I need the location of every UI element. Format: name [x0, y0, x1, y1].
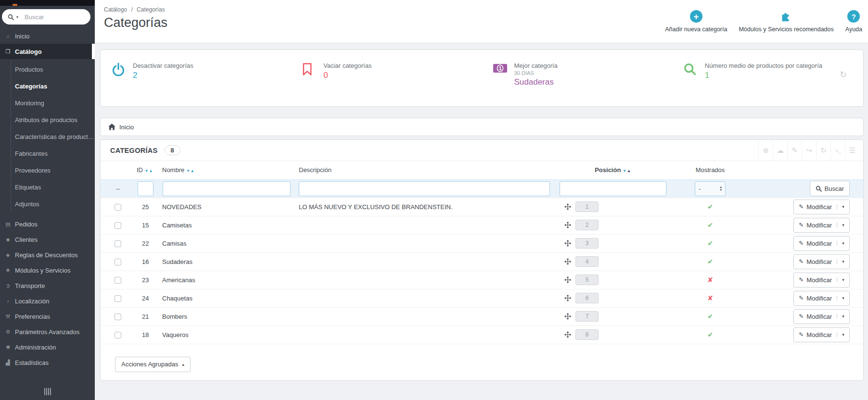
sidebar-item-adjuntos[interactable]: Adjuntos — [0, 196, 95, 212]
row-checkbox[interactable] — [115, 204, 121, 211]
search-placeholder[interactable]: Buscar — [25, 13, 44, 21]
filter-search-button[interactable]: Buscar — [810, 181, 850, 196]
filter-shown-select[interactable]: - ▴▾ — [695, 181, 726, 196]
move-icon[interactable] — [564, 222, 571, 228]
sidebar-item-localizacion[interactable]: ♁ Localización — [0, 293, 95, 309]
position-badge[interactable]: 4 — [575, 256, 599, 267]
shown-status-icon[interactable]: ✔ — [707, 312, 713, 320]
move-icon[interactable] — [564, 258, 571, 265]
sidebar-collapse-handle[interactable] — [44, 388, 51, 395]
modify-button[interactable]: ✎Modificar — [794, 295, 837, 302]
export-icon[interactable]: ↪ — [802, 140, 816, 161]
move-icon[interactable] — [564, 295, 571, 301]
sidebar-search[interactable]: ▾ Buscar — [2, 9, 90, 25]
categories-table: ID ▼▲ Nombre ▼▲ Descripción Posición ▼▲ … — [101, 161, 863, 344]
sidebar-item-etiquetas[interactable]: Etiquetas — [0, 179, 95, 196]
sidebar-item-atributos[interactable]: Atributos de productos — [0, 112, 95, 128]
sidebar-item-fabricantes[interactable]: Fabricantes — [0, 145, 95, 162]
breadcrumb-parent[interactable]: Catálogo — [104, 6, 127, 13]
sidebar-item-reglas-descuentos[interactable]: ◈ Reglas de Descuentos — [0, 247, 95, 262]
modify-button[interactable]: ✎Modificar — [794, 331, 837, 338]
position-badge[interactable]: 5 — [575, 275, 599, 285]
sidebar-item-monitoring[interactable]: Monitoring — [0, 95, 95, 112]
sidebar-item-modulos[interactable]: ❖ Módulos y Servicios — [0, 262, 95, 278]
move-icon[interactable] — [564, 240, 571, 247]
column-header-posicion[interactable]: Posición ▼▲ — [557, 161, 669, 179]
row-dropdown-caret[interactable]: ▾ — [837, 332, 849, 337]
sidebar-item-productos[interactable]: Productos — [0, 61, 95, 78]
recommended-modules-button[interactable]: Módulos y Servicios recomendados — [739, 10, 833, 33]
add-icon[interactable]: ⊕ — [758, 140, 773, 161]
search-scope-caret-icon[interactable]: ▾ — [16, 15, 18, 19]
sidebar-item-caracteristicas[interactable]: Características de product… — [0, 128, 95, 145]
position-badge[interactable]: 6 — [575, 293, 599, 303]
modify-button[interactable]: ✎Modificar — [794, 240, 837, 247]
sidebar-item-preferencias[interactable]: ⚒ Preferencias — [0, 309, 95, 324]
row-dropdown-caret[interactable]: ▾ — [837, 259, 849, 264]
category-tree-home-bar[interactable]: Inicio — [100, 118, 864, 136]
modify-button[interactable]: ✎Modificar — [794, 222, 837, 229]
row-dropdown-caret[interactable]: ▾ — [837, 223, 849, 227]
modify-button[interactable]: ✎Modificar — [794, 276, 837, 284]
move-icon[interactable] — [564, 313, 571, 320]
column-header-nombre[interactable]: Nombre ▼▲ — [162, 161, 297, 179]
import-icon[interactable]: ☁ — [773, 140, 787, 161]
shown-status-icon[interactable]: ✘ — [707, 294, 713, 302]
modify-button[interactable]: ✎Modificar — [794, 258, 837, 265]
row-checkbox[interactable] — [115, 222, 121, 229]
modify-button[interactable]: ✎Modificar — [794, 203, 837, 211]
filter-name-input[interactable] — [163, 181, 291, 196]
column-header-id[interactable]: ID ▼▲ — [135, 161, 162, 179]
grouped-actions-button[interactable]: Acciones Agrupadas ▴ — [115, 357, 191, 372]
sql-icon[interactable]: ☰ — [845, 140, 859, 161]
shown-status-icon[interactable]: ✔ — [707, 203, 713, 211]
position-badge[interactable]: 8 — [575, 329, 599, 340]
sidebar-item-clientes[interactable]: ☻ Clientes — [0, 232, 95, 247]
help-button[interactable]: ? Ayuda — [845, 10, 862, 33]
shown-status-icon[interactable]: ✔ — [707, 221, 713, 229]
position-badge[interactable]: 1 — [575, 201, 599, 212]
sidebar-item-administracion[interactable]: ✱ Administración — [0, 339, 95, 355]
refresh-icon[interactable]: ↻ — [816, 140, 830, 161]
position-badge[interactable]: 7 — [575, 311, 599, 322]
sidebar-item-catalogo[interactable]: ❒ Catálogo — [0, 44, 95, 59]
sidebar-item-categorias[interactable]: Categorías — [0, 78, 95, 95]
row-checkbox[interactable] — [115, 313, 121, 320]
row-dropdown-caret[interactable]: ▾ — [837, 277, 849, 282]
shown-status-icon[interactable]: ✔ — [707, 331, 713, 338]
row-checkbox[interactable] — [115, 277, 121, 284]
sidebar-item-estadisticas[interactable]: ▟ Estadísticas — [0, 355, 95, 370]
position-badge[interactable]: 3 — [575, 238, 599, 249]
sidebar-item-transporte[interactable]: ➲ Transporte — [0, 278, 95, 293]
add-category-button[interactable]: + Añadir nueva categoría — [665, 10, 727, 33]
sidebar-item-parametros-avanzados[interactable]: ⚙ Parámetros Avanzados — [0, 324, 95, 339]
sidebar-item-inicio[interactable]: ⌂ Inicio — [0, 28, 95, 44]
filter-position-input[interactable] — [560, 181, 666, 196]
banknote-icon: 1 — [493, 62, 508, 74]
filter-description-input[interactable] — [299, 181, 550, 196]
row-checkbox[interactable] — [115, 240, 121, 247]
modify-label: Modificar — [806, 295, 832, 302]
sidebar-item-pedidos[interactable]: ▤ Pedidos — [0, 216, 95, 232]
shown-status-icon[interactable]: ✘ — [707, 276, 713, 284]
shown-status-icon[interactable]: ✔ — [707, 239, 713, 247]
row-dropdown-caret[interactable]: ▾ — [837, 314, 849, 319]
row-checkbox[interactable] — [115, 332, 121, 338]
row-dropdown-caret[interactable]: ▾ — [837, 296, 849, 300]
terminal-icon[interactable]: >_ — [830, 140, 845, 161]
move-icon[interactable] — [564, 203, 571, 210]
edit-icon[interactable]: ✎ — [787, 140, 802, 161]
cell-id: 18 — [135, 325, 162, 344]
sidebar-item-proveedores[interactable]: Proveedores — [0, 162, 95, 179]
modify-button[interactable]: ✎Modificar — [794, 313, 837, 320]
shown-status-icon[interactable]: ✔ — [707, 258, 713, 265]
row-dropdown-caret[interactable]: ▾ — [837, 204, 849, 209]
row-checkbox[interactable] — [115, 295, 121, 302]
move-icon[interactable] — [564, 276, 571, 283]
position-badge[interactable]: 2 — [575, 220, 599, 230]
row-dropdown-caret[interactable]: ▾ — [837, 241, 849, 246]
row-checkbox[interactable] — [115, 259, 121, 265]
move-icon[interactable] — [564, 331, 571, 338]
kpi-refresh-icon[interactable]: ↻ — [840, 69, 847, 80]
filter-id-input[interactable] — [138, 181, 153, 196]
